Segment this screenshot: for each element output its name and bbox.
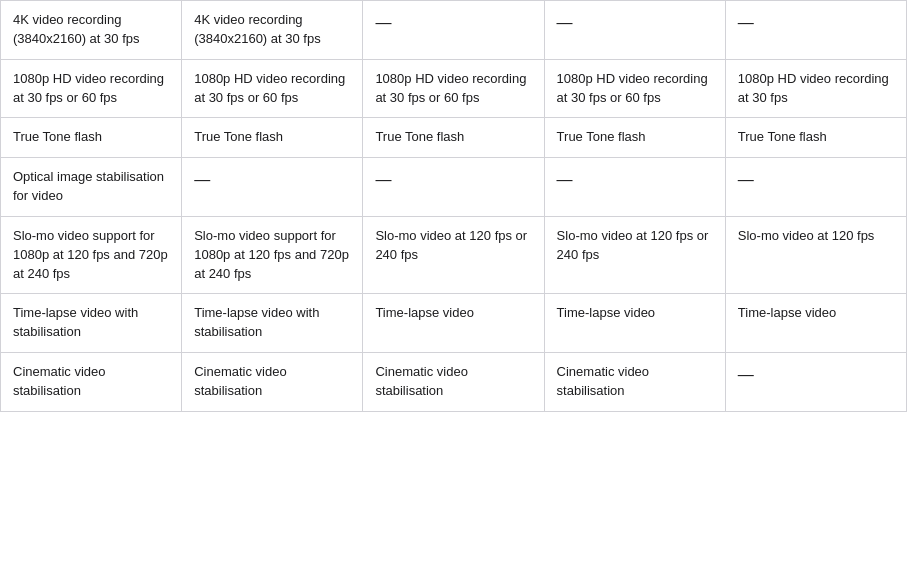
dash-indicator: — <box>557 14 573 31</box>
cell-row2-col1: True Tone flash <box>182 118 363 158</box>
cell-row0-col1: 4K video recording (3840x2160) at 30 fps <box>182 1 363 60</box>
cell-row3-col3: — <box>545 158 726 217</box>
cell-text: Cinematic video stabilisation <box>13 364 106 398</box>
cell-text: Slo-mo video at 120 fps or 240 fps <box>375 228 527 262</box>
cell-text: True Tone flash <box>375 129 464 144</box>
cell-row4-col0: Slo-mo video support for 1080p at 120 fp… <box>1 217 182 295</box>
cell-text: True Tone flash <box>13 129 102 144</box>
cell-row6-col3: Cinematic video stabilisation <box>545 353 726 412</box>
cell-text: True Tone flash <box>194 129 283 144</box>
cell-row1-col4: 1080p HD video recordingat 30 fps <box>726 60 907 119</box>
dash-indicator: — <box>194 171 210 188</box>
dash-indicator: — <box>738 14 754 31</box>
cell-text: Time-lapse video <box>557 305 656 320</box>
cell-text: True Tone flash <box>557 129 646 144</box>
cell-text: at 30 fps or 60 fps <box>375 90 479 105</box>
dash-indicator: — <box>557 171 573 188</box>
cell-text: Cinematic video stabilisation <box>557 364 650 398</box>
cell-row2-col2: True Tone flash <box>363 118 544 158</box>
cell-text: 4K video recording (3840x2160) at 30 fps <box>194 12 320 46</box>
cell-text: Slo-mo video support for 1080p at 120 fp… <box>13 228 168 281</box>
cell-text: at 30 fps <box>738 90 788 105</box>
cell-text: Slo-mo video at 120 fps <box>738 228 875 243</box>
cell-text: at 30 fps or 60 fps <box>13 90 117 105</box>
dash-indicator: — <box>375 14 391 31</box>
cell-row4-col4: Slo-mo video at 120 fps <box>726 217 907 295</box>
dash-indicator: — <box>375 171 391 188</box>
cell-text: 1080p HD video recording <box>557 71 708 86</box>
dash-indicator: — <box>738 171 754 188</box>
cell-text: Slo-mo video support for 1080p at 120 fp… <box>194 228 349 281</box>
cell-row3-col1: — <box>182 158 363 217</box>
cell-row6-col4: — <box>726 353 907 412</box>
cell-text: Slo-mo video at 120 fps or 240 fps <box>557 228 709 262</box>
cell-text: Time-lapse video <box>738 305 837 320</box>
cell-row4-col3: Slo-mo video at 120 fps or 240 fps <box>545 217 726 295</box>
cell-row5-col2: Time-lapse video <box>363 294 544 353</box>
cell-row0-col2: — <box>363 1 544 60</box>
cell-row1-col1: 1080p HD video recordingat 30 fps or 60 … <box>182 60 363 119</box>
cell-text: at 30 fps or 60 fps <box>557 90 661 105</box>
cell-text: at 30 fps or 60 fps <box>194 90 298 105</box>
cell-text: 1080p HD video recording <box>375 71 526 86</box>
cell-row5-col1: Time-lapse video with stabilisation <box>182 294 363 353</box>
cell-text: 1080p HD video recording <box>194 71 345 86</box>
cell-row6-col2: Cinematic video stabilisation <box>363 353 544 412</box>
cell-text: 4K video recording (3840x2160) at 30 fps <box>13 12 139 46</box>
cell-text: Cinematic video stabilisation <box>194 364 287 398</box>
dash-indicator: — <box>738 366 754 383</box>
cell-row1-col2: 1080p HD video recordingat 30 fps or 60 … <box>363 60 544 119</box>
cell-row5-col3: Time-lapse video <box>545 294 726 353</box>
cell-row2-col4: True Tone flash <box>726 118 907 158</box>
cell-row1-col3: 1080p HD video recordingat 30 fps or 60 … <box>545 60 726 119</box>
cell-text: Time-lapse video with stabilisation <box>194 305 319 339</box>
cell-row0-col4: — <box>726 1 907 60</box>
cell-row5-col0: Time-lapse video with stabilisation <box>1 294 182 353</box>
cell-text: 1080p HD video recording <box>13 71 164 86</box>
cell-text: Cinematic video stabilisation <box>375 364 468 398</box>
cell-text: Time-lapse video <box>375 305 474 320</box>
cell-row5-col4: Time-lapse video <box>726 294 907 353</box>
cell-text: 1080p HD video recording <box>738 71 889 86</box>
cell-text: Time-lapse video with stabilisation <box>13 305 138 339</box>
cell-row4-col2: Slo-mo video at 120 fps or 240 fps <box>363 217 544 295</box>
cell-row1-col0: 1080p HD video recordingat 30 fps or 60 … <box>1 60 182 119</box>
cell-row3-col0: Optical image stabilisation for video <box>1 158 182 217</box>
cell-row2-col0: True Tone flash <box>1 118 182 158</box>
cell-row2-col3: True Tone flash <box>545 118 726 158</box>
cell-row0-col3: — <box>545 1 726 60</box>
cell-row6-col1: Cinematic video stabilisation <box>182 353 363 412</box>
cell-row4-col1: Slo-mo video support for 1080p at 120 fp… <box>182 217 363 295</box>
cell-row6-col0: Cinematic video stabilisation <box>1 353 182 412</box>
cell-row3-col4: — <box>726 158 907 217</box>
cell-row0-col0: 4K video recording (3840x2160) at 30 fps <box>1 1 182 60</box>
comparison-table: 4K video recording (3840x2160) at 30 fps… <box>0 0 907 412</box>
cell-text: Optical image stabilisation for video <box>13 169 164 203</box>
cell-row3-col2: — <box>363 158 544 217</box>
cell-text: True Tone flash <box>738 129 827 144</box>
